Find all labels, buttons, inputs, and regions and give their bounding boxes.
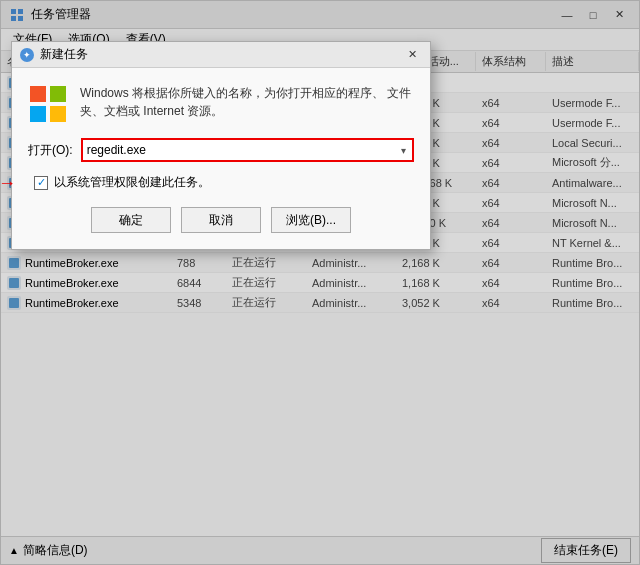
windows-logo-icon <box>28 84 68 124</box>
dialog-checkbox[interactable]: ✓ <box>34 176 48 190</box>
dialog-close-button[interactable]: ✕ <box>402 46 422 64</box>
dialog-open-label: 打开(O): <box>28 142 73 159</box>
checkbox-check-icon: ✓ <box>37 176 46 189</box>
svg-rect-18 <box>30 106 46 122</box>
red-arrow-icon: → <box>0 172 16 193</box>
dialog-browse-button[interactable]: 浏览(B)... <box>271 207 351 233</box>
task-manager-window: 任务管理器 — □ ✕ 文件(F) 选项(O) 查看(V) 名称 PID 状态 … <box>0 0 640 565</box>
dialog-checkbox-row: → ✓ 以系统管理权限创建此任务。 <box>28 174 414 191</box>
dialog-overlay: ✦ 新建任务 ✕ Window <box>1 1 639 564</box>
svg-rect-16 <box>30 86 46 102</box>
dialog-header-area: Windows 将根据你所键入的名称，为你打开相应的程序、 文件夹、文档或 In… <box>28 84 414 124</box>
dialog-cancel-button[interactable]: 取消 <box>181 207 261 233</box>
dialog-title-text: 新建任务 <box>40 46 402 63</box>
dialog-confirm-button[interactable]: 确定 <box>91 207 171 233</box>
dialog-description: Windows 将根据你所键入的名称，为你打开相应的程序、 文件夹、文档或 In… <box>80 84 414 120</box>
dialog-title-icon: ✦ <box>20 48 34 62</box>
dialog-checkbox-label: 以系统管理权限创建此任务。 <box>54 174 210 191</box>
dialog-body: Windows 将根据你所键入的名称，为你打开相应的程序、 文件夹、文档或 In… <box>12 68 430 249</box>
dialog-title-bar: ✦ 新建任务 ✕ <box>12 42 430 68</box>
svg-rect-19 <box>50 106 66 122</box>
dialog-buttons: 确定 取消 浏览(B)... <box>28 207 414 233</box>
svg-rect-17 <box>50 86 66 102</box>
dialog-dropdown-button[interactable]: ▾ <box>399 145 408 156</box>
dialog-input-wrapper: ▾ <box>81 138 414 162</box>
dialog-input[interactable] <box>87 143 399 157</box>
dialog-open-row: 打开(O): ▾ <box>28 138 414 162</box>
new-task-dialog: ✦ 新建任务 ✕ Window <box>11 41 431 250</box>
